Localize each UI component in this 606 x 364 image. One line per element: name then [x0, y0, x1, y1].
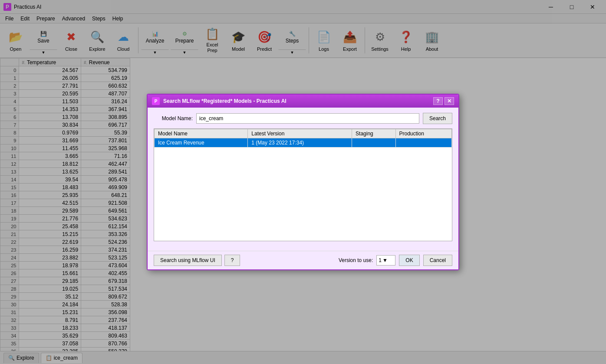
- result-model-name-0: Ice Cream Revenue: [155, 138, 248, 148]
- col-header-latest-version[interactable]: Latest Version: [248, 129, 352, 138]
- result-latest-version-0: 1 (May 23 2022 17:34): [248, 138, 352, 148]
- modal-footer-left: Search using MLflow UI ?: [154, 255, 240, 266]
- modal-title: P Search MLflow *Registered* Models - Pr…: [152, 97, 287, 105]
- model-name-label: Model Name:: [154, 115, 193, 121]
- version-dropdown-icon: ▼: [382, 257, 388, 263]
- model-name-input[interactable]: [196, 113, 419, 124]
- modal-help2-button[interactable]: ?: [224, 255, 240, 266]
- version-label: Version to use:: [339, 257, 373, 263]
- col-header-staging[interactable]: Staging: [352, 129, 395, 138]
- version-select[interactable]: 1 ▼: [376, 255, 395, 266]
- modal-title-text: Search MLflow *Registered* Models - Prac…: [163, 98, 287, 104]
- results-table-wrapper[interactable]: Model Name Latest Version Staging Produc…: [154, 128, 452, 241]
- model-name-row: Model Name: Search: [154, 113, 452, 124]
- col-header-production[interactable]: Production: [395, 129, 452, 138]
- search-mlflow-modal: P Search MLflow *Registered* Models - Pr…: [147, 94, 459, 270]
- version-value: 1: [379, 257, 382, 263]
- modal-help-button[interactable]: ?: [433, 97, 443, 105]
- modal-header-controls: ? ✕: [433, 97, 454, 105]
- modal-footer-right: Version to use: 1 ▼ OK Cancel: [339, 255, 452, 266]
- col-header-model-name[interactable]: Model Name: [155, 129, 248, 138]
- results-table: Model Name Latest Version Staging Produc…: [154, 129, 452, 148]
- result-production-0: [395, 138, 452, 148]
- search-mlflow-ui-button[interactable]: Search using MLflow UI: [154, 255, 222, 266]
- modal-logo: P: [152, 97, 160, 105]
- modal-footer: Search using MLflow UI ? Version to use:…: [148, 251, 458, 269]
- modal-body: Model Name: Search Model Name Latest Ver…: [148, 108, 458, 251]
- result-staging-0: [352, 138, 395, 148]
- modal-close-button[interactable]: ✕: [445, 97, 454, 105]
- cancel-button[interactable]: Cancel: [423, 255, 452, 266]
- ok-button[interactable]: OK: [399, 255, 419, 266]
- result-row-0[interactable]: Ice Cream Revenue 1 (May 23 2022 17:34): [155, 138, 452, 148]
- modal-header: P Search MLflow *Registered* Models - Pr…: [148, 95, 458, 108]
- modal-overlay: P Search MLflow *Registered* Models - Pr…: [0, 0, 606, 364]
- search-button[interactable]: Search: [423, 113, 452, 124]
